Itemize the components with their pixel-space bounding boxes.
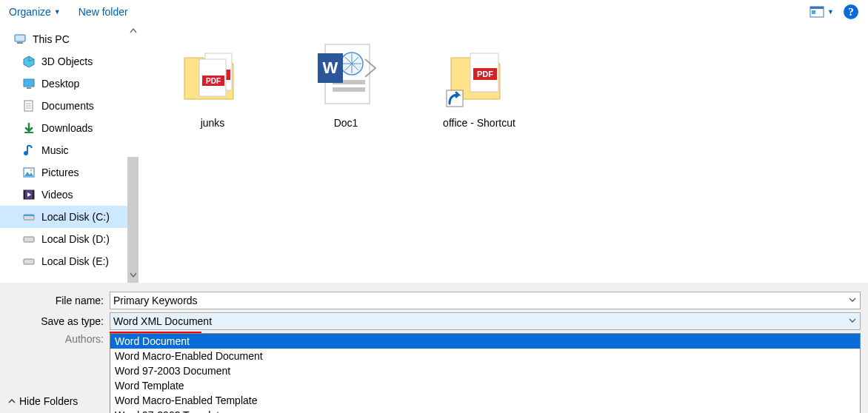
computer-icon (13, 33, 27, 46)
tree-item-label: Downloads (41, 122, 93, 134)
local-disk-e--icon (22, 255, 36, 268)
filename-value: Primary Keywords (113, 295, 198, 306)
desktop-icon (22, 77, 36, 90)
tree-item-documents[interactable]: Documents (0, 95, 138, 117)
tree-item-label: Documents (41, 100, 94, 112)
hide-folders-label: Hide Folders (19, 395, 78, 407)
3d-objects-icon (22, 55, 36, 68)
downloads-icon (22, 121, 36, 135)
tree-item-label: 3D Objects (41, 56, 93, 67)
organize-button[interactable]: Organize ▼ (9, 6, 61, 18)
file-item-junks[interactable]: PDF PDF junks (161, 38, 264, 129)
tree-item-label: Local Disk (D:) (41, 233, 110, 245)
svg-rect-5 (15, 35, 25, 41)
music-icon (22, 144, 36, 157)
svg-rect-26 (24, 259, 34, 264)
svg-rect-21 (33, 190, 34, 199)
chevron-down-icon: ▼ (54, 8, 61, 16)
local-disk-d--icon (22, 232, 36, 246)
svg-rect-24 (24, 215, 34, 216)
svg-rect-9 (27, 87, 31, 89)
chevron-up-icon (7, 397, 16, 406)
svg-text:?: ? (848, 6, 854, 18)
filetype-option[interactable]: Word Template (110, 378, 860, 393)
svg-point-18 (30, 169, 33, 172)
pictures-icon (22, 166, 36, 179)
tree-item-downloads[interactable]: Downloads (0, 117, 138, 139)
organize-label: Organize (9, 6, 51, 18)
scroll-up-button[interactable] (127, 24, 138, 38)
tree-item-label: Local Disk (C:) (41, 211, 110, 223)
new-folder-button[interactable]: New folder (79, 6, 128, 18)
filetype-option[interactable]: Word 97-2003 Template (110, 408, 860, 413)
filetype-option[interactable]: Word Document (110, 334, 860, 349)
tree-item-desktop[interactable]: Desktop (0, 73, 138, 95)
tree-item-label: Music (41, 144, 69, 156)
tree-item-label: Local Disk (E:) (41, 255, 109, 267)
view-icon (809, 6, 826, 18)
tree-item-music[interactable]: Music (0, 139, 138, 161)
svg-rect-1 (810, 7, 824, 9)
file-item-doc1[interactable]: W Doc1 (294, 38, 398, 129)
authors-label: Authors: (0, 333, 104, 345)
tree-item-local-disk-d-[interactable]: Local Disk (D:) (0, 228, 138, 250)
tree-item-3d-objects[interactable]: 3D Objects (0, 50, 138, 73)
scroll-down-button[interactable] (127, 268, 138, 283)
file-item-office-shortcut[interactable]: PDF office - Shortcut (427, 38, 531, 129)
filetype-select[interactable]: Word XML Document (110, 312, 861, 330)
tree-item-label: Desktop (41, 78, 79, 90)
file-label: junks (201, 117, 225, 129)
filetype-value: Word XML Document (113, 315, 212, 327)
chevron-down-icon (848, 295, 857, 306)
help-icon[interactable]: ? (843, 4, 859, 20)
filetype-option[interactable]: Word Macro-Enabled Document (110, 349, 860, 363)
svg-text:PDF: PDF (477, 70, 493, 78)
filetype-option[interactable]: Word Macro-Enabled Template (110, 393, 860, 408)
view-mode-button[interactable]: ▼ (809, 6, 834, 18)
svg-text:W: W (323, 58, 338, 77)
tree-item-pictures[interactable]: Pictures (0, 161, 138, 184)
tree-item-videos[interactable]: Videos (0, 184, 138, 206)
local-disk-c--icon (22, 210, 36, 224)
file-list: PDF PDF junks W (138, 24, 868, 283)
word-doc-icon: W (309, 38, 383, 113)
navigation-sidebar: This PC 3D ObjectsDesktopDocumentsDownlo… (0, 24, 138, 283)
filetype-dropdown: Word DocumentWord Macro-Enabled Document… (110, 333, 861, 413)
tree-item-this-pc[interactable]: This PC (0, 28, 138, 50)
filetype-option[interactable]: Word 97-2003 Document (110, 363, 860, 378)
folder-icon: PDF PDF (176, 38, 250, 113)
tree-item-label: Pictures (41, 167, 79, 178)
save-form: File name: Primary Keywords Save as type… (0, 283, 868, 413)
tree-item-local-disk-c-[interactable]: Local Disk (C:) (0, 206, 138, 228)
main-area: This PC 3D ObjectsDesktopDocumentsDownlo… (0, 24, 868, 283)
documents-icon (22, 99, 36, 113)
videos-icon (22, 188, 36, 201)
folder-shortcut-icon: PDF (442, 38, 516, 113)
svg-rect-6 (17, 42, 23, 44)
svg-rect-20 (24, 190, 25, 199)
file-label: Doc1 (334, 117, 358, 129)
chevron-down-icon (848, 315, 857, 327)
svg-text:PDF: PDF (206, 77, 221, 85)
svg-rect-25 (24, 237, 34, 242)
svg-rect-36 (333, 87, 365, 92)
chevron-down-icon: ▼ (827, 8, 834, 16)
filename-input[interactable]: Primary Keywords (110, 292, 861, 309)
tree-item-label: Videos (41, 189, 73, 201)
tree-item-local-disk-e-[interactable]: Local Disk (E:) (0, 250, 138, 272)
svg-rect-8 (24, 79, 34, 87)
scrollbar-thumb[interactable] (127, 157, 138, 283)
tree-item-label: This PC (33, 33, 70, 45)
filetype-label: Save as type: (0, 315, 104, 327)
hide-folders-button[interactable]: Hide Folders (7, 395, 78, 407)
toolbar: Organize ▼ New folder ▼ ? (0, 0, 868, 24)
svg-rect-2 (812, 10, 815, 14)
filename-label: File name: (0, 295, 104, 306)
file-label: office - Shortcut (443, 117, 515, 129)
svg-point-15 (24, 151, 28, 155)
